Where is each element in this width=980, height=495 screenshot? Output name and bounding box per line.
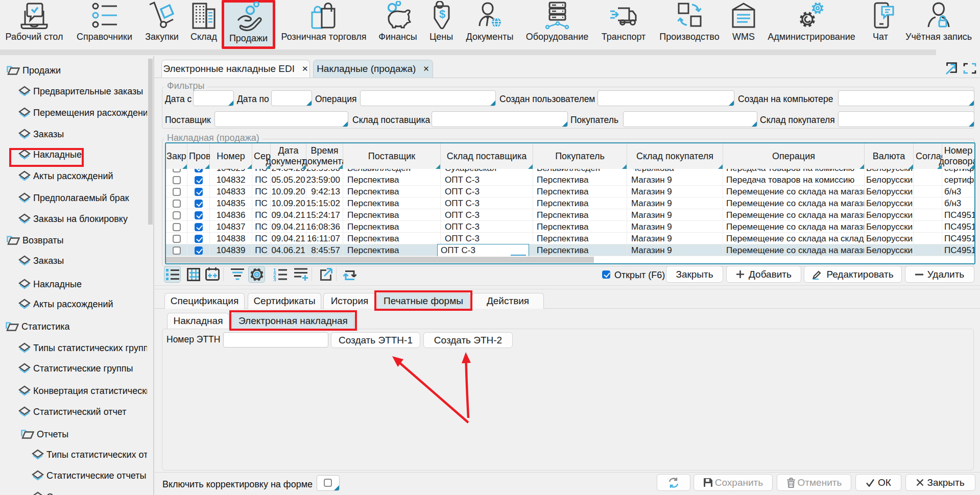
svg-text:$: $ — [439, 8, 445, 20]
svg-text:3: 3 — [273, 277, 276, 281]
